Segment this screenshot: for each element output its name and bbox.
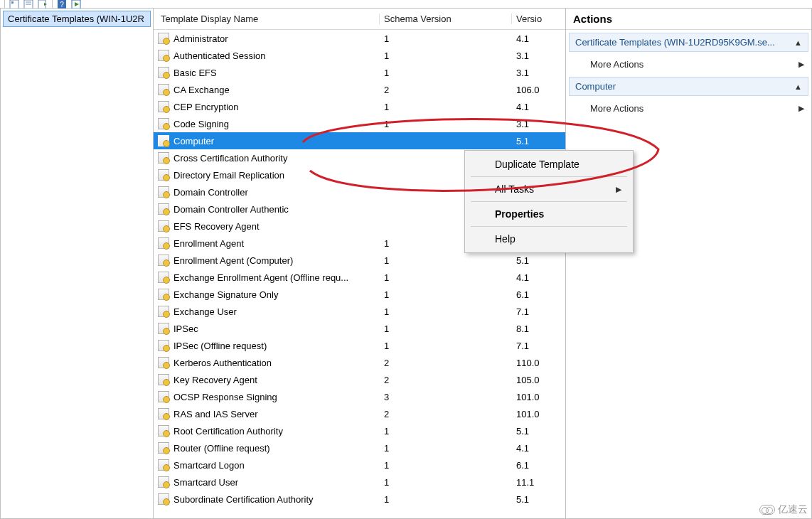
watermark-text: 亿速云 [778,503,808,516]
template-name: Smartcard User [173,477,238,488]
template-name: Enrollment Agent [173,238,244,249]
submenu-arrow-icon: ▶ [798,60,804,69]
template-schema: 2 [380,409,512,419]
certificate-template-icon [158,118,169,129]
table-row[interactable]: Authenticated Session13.1 [154,47,565,64]
table-row[interactable]: Basic EFS13.1 [154,64,565,81]
column-header-schema[interactable]: Schema Version [380,14,512,24]
certificate-template-icon [158,101,169,112]
template-schema: 1 [380,341,512,351]
template-version: 8.1 [512,323,545,334]
template-name: Code Signing [173,119,229,129]
certificate-template-icon [158,357,169,368]
table-row[interactable]: RAS and IAS Server2101.0 [154,405,565,422]
submenu-arrow-icon: ▶ [798,104,804,113]
ctx-properties[interactable]: Properties [466,203,631,225]
table-row[interactable]: Smartcard User111.1 [154,473,565,491]
context-menu: Duplicate Template All Tasks ▶ Propertie… [464,150,634,253]
template-version: 5.1 [512,494,545,505]
table-row[interactable]: Router (Offline request)14.1 [154,439,565,456]
template-version: 106.0 [512,85,545,95]
template-version: 4.1 [512,443,545,454]
table-row[interactable]: Root Certification Authority15.1 [154,422,565,439]
table-row[interactable]: CA Exchange2106.0 [154,81,565,98]
list-body[interactable]: Administrator14.1Authenticated Session13… [154,30,565,518]
template-name: Exchange Enrollment Agent (Offline requ.… [173,272,348,283]
toolbar: ? [0,0,812,9]
actions-section-computer-label: Computer [575,81,616,92]
actions-title: Actions [566,9,811,30]
ctx-all-tasks[interactable]: All Tasks ▶ [466,178,631,200]
template-version: 105.0 [512,375,545,385]
template-version: 5.1 [512,255,545,266]
template-name: Root Certification Authority [173,426,283,437]
actions-section-templates[interactable]: Certificate Templates (WIN-1U2RD95K9GM.s… [569,33,808,52]
template-schema: 1 [380,68,512,78]
certificate-template-icon [158,323,169,334]
certificate-template-icon [158,169,169,181]
certificate-template-icon [158,67,169,78]
certificate-template-icon [158,50,169,61]
template-schema: 1 [380,289,512,300]
actions-pane: Actions Certificate Templates (WIN-1U2RD… [566,9,812,519]
tree-node-certificate-templates[interactable]: Certificate Templates (WIN-1U2R [3,11,151,27]
certificate-template-icon [158,135,169,146]
actions-section-templates-label: Certificate Templates (WIN-1U2RD95K9GM.s… [575,37,775,48]
svg-rect-1 [11,1,14,4]
table-row[interactable]: Key Recovery Agent2105.0 [154,371,565,388]
ctx-all-tasks-label: All Tasks [495,183,534,195]
column-header-name[interactable]: Template Display Name [154,14,380,24]
template-schema: 1 [380,272,512,283]
certificate-template-icon [158,272,169,283]
certificate-template-icon [158,255,169,266]
table-row[interactable]: Exchange Enrollment Agent (Offline requ.… [154,269,565,286]
ctx-separator [471,201,627,202]
table-row[interactable]: Subordinate Certification Authority15.1 [154,491,565,508]
template-version: 101.0 [512,409,545,419]
table-row[interactable]: Smartcard Logon16.1 [154,456,565,473]
actions-more-templates[interactable]: More Actions ▶ [566,55,811,74]
column-header-version[interactable]: Versio [512,14,545,24]
certificate-template-icon [158,442,169,454]
template-name: RAS and IAS Server [173,409,258,419]
table-row[interactable]: Code Signing13.1 [154,115,565,132]
certificate-template-icon [158,152,169,164]
table-row[interactable]: Kerberos Authentication2110.0 [154,354,565,371]
table-row[interactable]: CEP Encryption14.1 [154,98,565,115]
collapse-arrow-icon: ▲ [794,38,802,47]
table-row[interactable]: IPSec (Offline request)17.1 [154,337,565,354]
table-row[interactable]: Administrator14.1 [154,30,565,47]
template-name: Key Recovery Agent [173,375,257,385]
ctx-help[interactable]: Help [466,228,631,250]
table-row[interactable]: Exchange User17.1 [154,303,565,320]
template-name: Administrator [173,33,228,44]
template-version: 6.1 [512,289,545,300]
template-version: 5.1 [512,136,545,146]
template-schema: 1 [380,460,512,471]
table-row[interactable]: Enrollment Agent (Computer)15.1 [154,252,565,269]
svg-text:?: ? [60,1,64,9]
table-row[interactable]: IPSec18.1 [154,320,565,337]
tree-pane: Certificate Templates (WIN-1U2R [0,9,154,519]
template-name: Router (Offline request) [173,443,270,454]
template-list-pane: Template Display Name Schema Version Ver… [154,9,566,519]
template-version: 3.1 [512,50,545,61]
actions-more-computer[interactable]: More Actions ▶ [566,99,811,118]
actions-section-computer[interactable]: Computer ▲ [569,77,808,96]
template-name: Domain Controller [173,187,248,198]
certificate-template-icon [158,391,169,402]
ctx-duplicate-template[interactable]: Duplicate Template [466,154,631,175]
template-version: 101.0 [512,392,545,402]
template-version: 110.0 [512,358,545,368]
table-row[interactable]: Computer5.1 [154,132,565,149]
table-row[interactable]: Exchange Signature Only16.1 [154,286,565,303]
template-name: Basic EFS [173,68,217,78]
watermark-icon [759,505,775,515]
template-name: IPSec (Offline request) [173,341,267,351]
template-schema: 2 [380,358,512,368]
template-name: Enrollment Agent (Computer) [173,255,293,266]
template-name: OCSP Response Signing [173,392,277,402]
template-schema: 1 [380,33,512,44]
ctx-separator [471,226,627,227]
table-row[interactable]: OCSP Response Signing3101.0 [154,388,565,405]
